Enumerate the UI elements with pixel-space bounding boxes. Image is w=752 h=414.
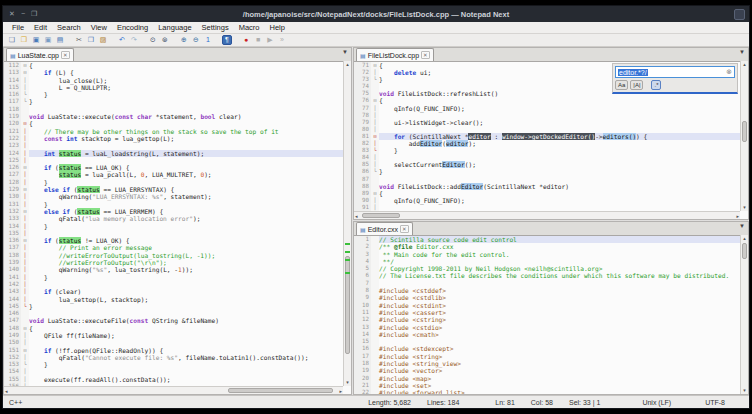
scroll-up-icon[interactable]: ▴ — [741, 235, 748, 242]
code-line-121[interactable]: 121│ // There may be other things on the… — [4, 128, 343, 135]
titlebar[interactable]: ✕−❐ /home/japanoise/src/NotepadNext/dock… — [3, 6, 749, 22]
code-line-4[interactable]: 4 **/ — [354, 258, 740, 265]
fold-toggle-icon[interactable]: ⊟ — [21, 62, 29, 69]
code-line-129[interactable]: 129⊟ else if (status == LUA_ERRSYNTAX) { — [4, 186, 343, 193]
save-copy-icon[interactable]: ▣ — [43, 35, 53, 45]
clear-search-icon[interactable]: ⊗ — [726, 68, 732, 76]
fold-toggle-icon[interactable]: ⊟ — [21, 347, 29, 354]
code-line-142[interactable]: 142│ — [4, 281, 343, 288]
code-line-88[interactable]: 88void FileListDock::addEditor(Scintilla… — [354, 183, 740, 190]
minimize-window-icon[interactable]: − — [21, 6, 25, 22]
luastate-editor[interactable]: 112⊟{113⊟ if (L) {114│ lua_close(L);115│… — [4, 62, 343, 386]
code-line-20[interactable]: 20#include <map> — [354, 375, 740, 382]
save-all-icon[interactable]: ▤ — [55, 35, 65, 45]
show-all-characters-icon[interactable]: ¶ — [222, 35, 232, 45]
tab-luastate-cpp[interactable]: ▤ LuaState.cpp ✕ — [6, 48, 74, 61]
editor-cxx-editor[interactable]: 1// Scintilla source code edit control2/… — [354, 236, 740, 394]
code-line-89[interactable]: 89⊟{ — [354, 190, 740, 197]
code-line-80[interactable]: 80│ — [354, 126, 740, 133]
search-input[interactable]: editor.*?/ ⊗ — [615, 66, 735, 78]
code-line-83[interactable]: 83└ } — [354, 147, 740, 154]
save-icon[interactable]: ▣ — [31, 35, 41, 45]
zoom-in-icon[interactable]: ⊕ — [179, 35, 189, 45]
code-line-21[interactable]: 21#include <set> — [354, 382, 740, 389]
code-line-12[interactable]: 12#include <cstring> — [354, 316, 740, 323]
status-language[interactable]: C++ — [9, 399, 30, 406]
code-line-77[interactable]: 77│ qInfo(Q_FUNC_INFO); — [354, 105, 740, 112]
scroll-left-icon[interactable]: ◂ — [4, 387, 9, 394]
code-line-112[interactable]: 112⊟{ — [4, 62, 343, 69]
run-macro-multiple-icon[interactable]: » — [277, 35, 287, 45]
code-line-151[interactable]: 151⊟ if (!ff.open(QFile::ReadOnly)) { — [4, 347, 343, 354]
code-line-116[interactable]: 116└ } — [4, 91, 343, 98]
stop-recording-icon[interactable]: ■ — [253, 35, 263, 45]
code-line-16[interactable]: 16#include <stdexcept> — [354, 345, 740, 352]
scroll-left-icon[interactable]: ◂ — [354, 212, 359, 219]
fold-toggle-icon[interactable]: ⊟ — [371, 190, 379, 197]
code-line-14[interactable]: 14#include <cmath> — [354, 331, 740, 338]
menu-item-macro[interactable]: Macro — [234, 23, 265, 32]
code-line-3[interactable]: 3 ** Main code for the edit control. — [354, 251, 740, 258]
code-line-84[interactable]: 84│ — [354, 154, 740, 161]
code-line-138[interactable]: 138│ //writeErrorToOutput(lua_tostring(L… — [4, 252, 343, 259]
code-line-117[interactable]: 117└} — [4, 98, 343, 105]
fold-toggle-icon[interactable]: ⊟ — [21, 325, 29, 332]
code-line-126[interactable]: 126⊟ if (status == LUA_OK) { — [4, 164, 343, 171]
scrollbar-thumb[interactable] — [228, 388, 333, 393]
tab-list-icon[interactable]: ▼ — [737, 49, 747, 55]
code-line-85[interactable]: 85│ selectCurrentEditor(); — [354, 161, 740, 168]
code-line-123[interactable]: 123│ — [4, 142, 343, 149]
zoom-out-icon[interactable]: ⊖ — [191, 35, 201, 45]
code-line-90[interactable]: 90│ qInfo(Q_FUNC_INFO); — [354, 197, 740, 204]
code-line-19[interactable]: 19#include <vector> — [354, 367, 740, 374]
maximize-window-icon[interactable]: ❐ — [31, 6, 37, 22]
scroll-down-icon[interactable]: ▾ — [741, 387, 748, 394]
code-line-82[interactable]: 82│ addEditor(editor); — [354, 140, 740, 147]
fold-toggle-icon[interactable]: ⊟ — [371, 97, 379, 104]
scroll-right-icon[interactable]: ▸ — [338, 387, 343, 394]
scroll-down-icon[interactable]: ▾ — [741, 204, 748, 211]
redo-icon[interactable]: ↷ — [129, 35, 139, 45]
code-line-137[interactable]: 137│ // Print an error message — [4, 244, 343, 251]
code-line-2[interactable]: 2/** @file Editor.cxx — [354, 243, 740, 250]
code-line-15[interactable]: 15 — [354, 338, 740, 345]
close-window-icon[interactable]: ✕ — [9, 6, 15, 22]
code-line-152[interactable]: 152│ qFatal("Cannot execute file: %s", f… — [4, 354, 343, 361]
code-line-132[interactable]: 132⊟ else if (status == LUA_ERRMEM) { — [4, 208, 343, 215]
code-line-140[interactable]: 140│ qWarning("%s", lua_tostring(L, -1))… — [4, 266, 343, 273]
fold-toggle-icon[interactable]: ⊟ — [21, 69, 29, 76]
code-line-76[interactable]: 76⊟{ — [354, 97, 740, 104]
code-line-143[interactable]: 143│ if (clear) — [4, 288, 343, 295]
code-line-120[interactable]: 120⊟{ — [4, 120, 343, 127]
fold-toggle-icon[interactable]: ⊟ — [21, 237, 29, 244]
scrollbar-thumb[interactable] — [742, 243, 747, 259]
code-line-13[interactable]: 13#include <cstdio> — [354, 324, 740, 331]
menu-item-view[interactable]: View — [86, 23, 112, 32]
code-line-130[interactable]: 130│ qWarning("LUA_ERRSYNTAX: %s", state… — [4, 193, 343, 200]
code-line-146[interactable]: 146 — [4, 310, 343, 317]
close-tab-icon[interactable]: ✕ — [400, 225, 409, 233]
code-line-78[interactable]: 78│ — [354, 112, 740, 119]
code-line-141[interactable]: 141│ } — [4, 274, 343, 281]
code-line-119[interactable]: 119void LuaState::execute(const char *st… — [4, 113, 343, 120]
code-line-79[interactable]: 79│ ui->listWidget->clear(); — [354, 119, 740, 126]
replace-icon[interactable]: ⊜ — [160, 35, 170, 45]
close-tab-icon[interactable]: ✕ — [61, 51, 70, 59]
scroll-right-icon[interactable]: ▸ — [735, 212, 740, 219]
zoom-reset-icon[interactable]: 1 — [203, 35, 213, 45]
status-encoding[interactable]: UTF-8 — [697, 399, 733, 406]
scrollbar-thumb[interactable] — [362, 213, 401, 218]
right-top-horizontal-scrollbar[interactable]: ◂ ▸ — [354, 211, 740, 219]
paste-icon[interactable]: ▨ — [98, 35, 108, 45]
regex-button[interactable]: .* — [651, 80, 661, 90]
code-line-9[interactable]: 9#include <cstdlib> — [354, 294, 740, 301]
code-line-136[interactable]: 136⊟ if (status != LUA_OK) { — [4, 237, 343, 244]
fold-toggle-icon[interactable]: ⊟ — [21, 208, 29, 215]
code-line-18[interactable]: 18#include <string_view> — [354, 360, 740, 367]
new-file-icon[interactable]: ❏ — [7, 35, 17, 45]
code-line-5[interactable]: 5// Copyright 1998-2011 by Neil Hodgson … — [354, 265, 740, 272]
scroll-up-icon[interactable]: ▴ — [741, 61, 748, 68]
code-line-135[interactable]: 135│ — [4, 230, 343, 237]
code-line-134[interactable]: 134│ } — [4, 223, 343, 230]
scroll-down-icon[interactable]: ▾ — [344, 379, 351, 386]
